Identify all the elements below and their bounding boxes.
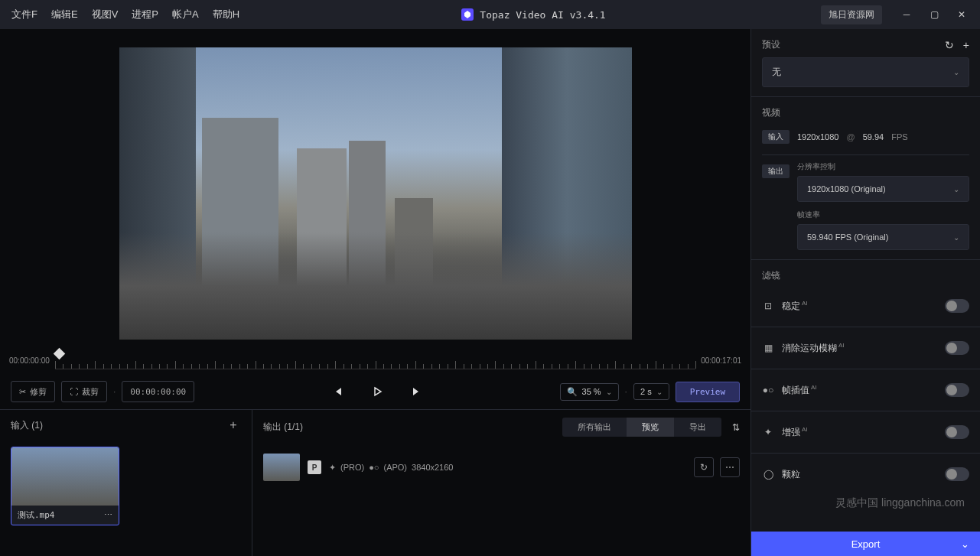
- crop-button[interactable]: ⛶裁剪: [61, 381, 107, 402]
- presets-label: 预设: [762, 38, 780, 51]
- grain-icon: ◯: [762, 468, 774, 480]
- filters-label: 滤镜: [762, 270, 780, 281]
- chevron-down-icon: ⌄: [953, 233, 959, 242]
- input-thumbnail-image: [11, 447, 119, 506]
- input-filename: 测试.mp4: [18, 509, 55, 521]
- refresh-presets-button[interactable]: ↻: [945, 39, 954, 51]
- app-title: Topaz Video AI v3.4.1: [480, 9, 605, 21]
- magnifier-icon: 🔍: [567, 387, 578, 397]
- close-button[interactable]: ✕: [948, 0, 975, 29]
- framerate-dropdown[interactable]: 59.940 FPS (Original)⌄: [797, 224, 969, 250]
- window-controls: ─ ▢ ✕: [893, 0, 975, 29]
- prev-frame-button[interactable]: [330, 384, 345, 399]
- filter-stabilize: ⊡稳定AI: [751, 285, 980, 327]
- deblur-toggle[interactable]: [945, 341, 969, 355]
- scissors-icon: ✂: [19, 387, 26, 397]
- output-thumbnail: [263, 454, 300, 481]
- filter-label: 增强AI: [782, 426, 808, 439]
- chevron-down-icon: ⌄: [606, 388, 612, 396]
- input-thumbnail-card[interactable]: 测试.mp4 ⋯: [11, 447, 119, 525]
- menu-help[interactable]: 帮助H: [206, 5, 246, 24]
- presets-dropdown[interactable]: 无⌄: [762, 57, 969, 87]
- menu-account[interactable]: 帐户A: [165, 5, 206, 24]
- tab-preview[interactable]: 预览: [627, 418, 674, 437]
- maximize-button[interactable]: ▢: [920, 0, 948, 29]
- playback-controls-row: ✂修剪 ⛶裁剪 · 00:00:00:00 🔍35 %⌄ · 2 s⌄ Prev…: [0, 374, 750, 409]
- title-center: Topaz Video AI v3.4.1: [246, 8, 821, 21]
- filter-grain: ◯颗粒: [751, 454, 980, 495]
- outputs-panel: 输出 (1/1) 所有输出 预览 导出 ⇅ P ✦: [252, 410, 750, 556]
- crop-icon: ⛶: [70, 387, 78, 396]
- timeline-start: 00:00:00:00: [9, 356, 55, 365]
- framerate-label: 帧速率: [797, 210, 969, 220]
- menu-file[interactable]: 文件F: [5, 5, 44, 24]
- filter-label: 稳定AI: [782, 300, 808, 313]
- sort-button[interactable]: ⇅: [732, 422, 740, 433]
- enhance-toggle[interactable]: [945, 425, 969, 439]
- video-preview-area: [0, 29, 750, 346]
- timeline[interactable]: 00:00:00:00 00:00:17:01: [0, 346, 750, 374]
- tab-all-outputs[interactable]: 所有输出: [562, 418, 627, 437]
- output-tabs: 所有输出 预览 导出: [562, 418, 721, 437]
- output-resolution: 3840x2160: [412, 463, 453, 472]
- settings-panel: 预设 ↻ + 无⌄ 视频 输入 1920x1080 @ 59.94 FPS 输出: [750, 29, 980, 556]
- chevron-down-icon: ⌄: [656, 388, 663, 396]
- filter-label: 帧插值AI: [782, 384, 817, 397]
- resolution-dropdown[interactable]: 1920x1080 (Original)⌄: [797, 176, 969, 202]
- filter-enhance: ✦增强AI: [751, 411, 980, 454]
- filter-interpolation: ●○帧插值AI: [751, 369, 980, 411]
- input-pill: 输入: [762, 130, 790, 144]
- output-pill: 输出: [762, 164, 790, 178]
- enhance-icon: ✦: [762, 426, 774, 438]
- refresh-output-button[interactable]: ↻: [694, 457, 714, 477]
- menu-process[interactable]: 进程P: [125, 5, 165, 24]
- filter-label: 消除运动模糊AI: [782, 342, 845, 355]
- video-preview-frame[interactable]: [119, 47, 632, 340]
- trim-button[interactable]: ✂修剪: [11, 381, 55, 402]
- zoom-dropdown[interactable]: 🔍35 %⌄: [560, 383, 619, 401]
- input-more-button[interactable]: ⋯: [104, 510, 112, 520]
- filter-label: 颗粒: [782, 468, 800, 481]
- dot-icon: ●○: [369, 463, 379, 472]
- menu-edit[interactable]: 编辑E: [44, 5, 85, 24]
- add-input-button[interactable]: +: [226, 418, 241, 433]
- inputs-panel: 输入 (1) + 测试.mp4 ⋯: [0, 410, 252, 556]
- interpolation-icon: ●○: [762, 384, 774, 396]
- playhead-marker[interactable]: [54, 348, 66, 360]
- app-logo-icon: [461, 8, 474, 21]
- output-tag1: (PRO): [340, 463, 364, 472]
- video-section-label: 视频: [762, 107, 780, 118]
- timeline-end: 00:00:17:01: [695, 356, 741, 365]
- title-bar: 文件F 编辑E 视图V 进程P 帐户A 帮助H Topaz Video AI v…: [0, 0, 980, 29]
- duration-dropdown[interactable]: 2 s⌄: [633, 383, 669, 400]
- timeline-track[interactable]: [55, 351, 695, 369]
- interpolation-toggle[interactable]: [945, 383, 969, 397]
- resolution-control-label: 分辨率控制: [797, 161, 969, 172]
- external-link-button[interactable]: 旭日资源网: [821, 5, 882, 24]
- stabilize-toggle[interactable]: [945, 299, 969, 313]
- timecode-display[interactable]: 00:00:00:00: [122, 381, 194, 402]
- tab-export[interactable]: 导出: [674, 418, 721, 437]
- play-button[interactable]: [370, 384, 385, 399]
- outputs-title: 输出 (1/1): [263, 421, 303, 434]
- output-more-button[interactable]: ⋯: [720, 457, 740, 477]
- input-resolution: 1920x1080: [797, 132, 838, 141]
- output-badge: P: [308, 460, 321, 474]
- deblur-icon: ▦: [762, 342, 774, 354]
- preview-button[interactable]: Preview: [676, 382, 740, 402]
- grain-toggle[interactable]: [945, 467, 969, 481]
- chevron-down-icon: ⌄: [953, 185, 959, 193]
- inputs-title: 输入 (1): [11, 419, 43, 432]
- filter-deblur: ▦消除运动模糊AI: [751, 327, 980, 369]
- chevron-down-icon: ⌄: [961, 538, 969, 550]
- stabilize-icon: ⊡: [762, 300, 774, 312]
- chevron-down-icon: ⌄: [953, 68, 959, 76]
- add-preset-button[interactable]: +: [963, 39, 969, 51]
- output-tag2: (APO): [383, 463, 407, 472]
- menu-view[interactable]: 视图V: [85, 5, 125, 24]
- next-frame-button[interactable]: [409, 384, 425, 399]
- input-fps: 59.94: [863, 132, 884, 141]
- output-item[interactable]: P ✦ (PRO) ●○ (APO) 3840x2160 ↻ ⋯: [263, 450, 740, 484]
- minimize-button[interactable]: ─: [893, 0, 920, 29]
- export-button[interactable]: Export ⌄: [751, 532, 980, 556]
